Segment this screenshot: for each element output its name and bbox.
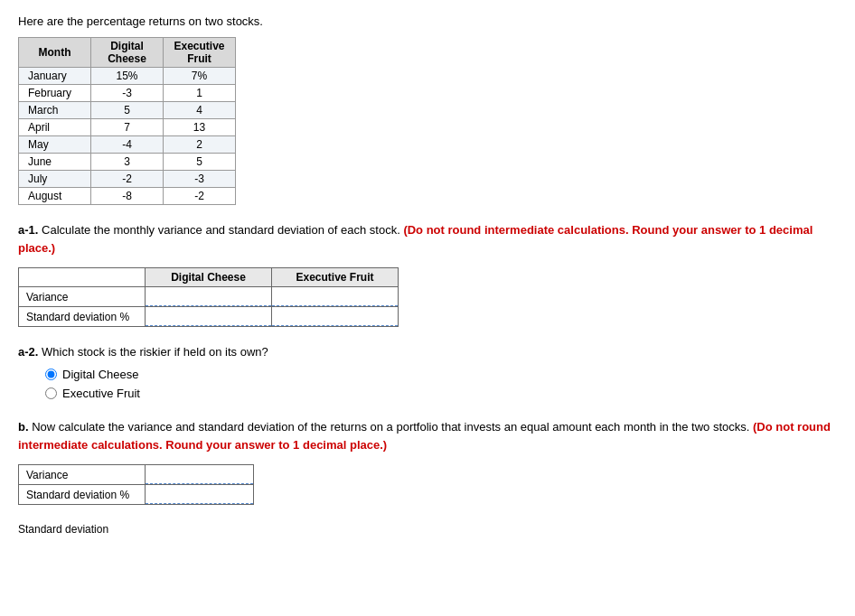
month-cell: February [19,85,91,102]
section-a2-label: a-2. [18,345,38,359]
section-b: b. Now calculate the variance and standa… [18,418,837,505]
data-row: March 5 4 [19,102,236,119]
digital-cell: -3 [91,85,164,102]
month-cell: April [19,119,91,136]
answer-table-a1: Digital Cheese Executive Fruit Variance … [18,267,399,327]
section-b-label: b. [18,420,29,434]
a1-stddev-digital-input[interactable] [146,307,271,326]
digital-cell: -4 [91,136,164,154]
bottom-label: Standard deviation [18,523,837,536]
b-variance-label: Variance [19,465,146,485]
data-row: February -3 1 [19,85,236,102]
executive-cell: -3 [164,171,236,188]
b-stddev-cell [146,485,254,505]
executive-cell: 1 [164,85,236,102]
section-a2: a-2. Which stock is the riskier if held … [18,345,837,400]
section-a2-question: a-2. Which stock is the riskier if held … [18,345,837,359]
a1-stddev-executive-input[interactable] [272,307,398,326]
a1-variance-digital-cell [146,287,272,307]
b-stddev-label: Standard deviation % [19,485,146,505]
data-table: Month DigitalCheese ExecutiveFruit Janua… [18,37,236,205]
a1-stddev-digital-cell [146,307,272,327]
data-row: June 3 5 [19,154,236,171]
b-variance-cell [146,465,254,485]
month-cell: August [19,188,91,205]
radio-executive-item: Executive Fruit [45,387,837,400]
executive-cell: 4 [164,102,236,119]
data-row: August -8 -2 [19,188,236,205]
radio-executive-label[interactable]: Executive Fruit [62,387,140,400]
a1-variance-label: Variance [19,287,146,307]
a1-variance-digital-input[interactable] [146,287,271,306]
radio-digital-item: Digital Cheese [45,368,837,381]
a1-stddev-executive-cell [272,307,399,327]
radio-group-a2: Digital Cheese Executive Fruit [45,368,837,400]
data-row: May -4 2 [19,136,236,154]
data-row: July -2 -3 [19,171,236,188]
b-stddev-input[interactable] [146,485,253,504]
month-cell: March [19,102,91,119]
digital-cell: 3 [91,154,164,171]
radio-digital[interactable] [45,369,57,380]
intro-text: Here are the percentage returns on two s… [18,14,837,28]
digital-cell: 7 [91,119,164,136]
executive-cell: -2 [164,188,236,205]
a1-variance-executive-cell [272,287,399,307]
section-b-question: b. Now calculate the variance and standa… [18,418,837,453]
digital-cell: -2 [91,171,164,188]
col-digital-header: DigitalCheese [91,38,164,68]
digital-cell: -8 [91,188,164,205]
executive-cell: 2 [164,136,236,154]
col-executive-header: ExecutiveFruit [164,38,236,68]
executive-cell: 7% [164,68,236,85]
month-cell: May [19,136,91,154]
b-variance-row: Variance [19,465,254,485]
radio-executive[interactable] [45,387,57,399]
section-a1-label: a-1. [18,223,38,237]
b-stddev-row: Standard deviation % [19,485,254,505]
a1-empty-header [19,268,146,287]
radio-digital-label[interactable]: Digital Cheese [62,368,139,381]
a1-stddev-row: Standard deviation % [19,307,399,327]
data-row: January 15% 7% [19,68,236,85]
answer-table-b: Variance Standard deviation % [18,464,254,505]
col-month-header: Month [19,38,91,68]
month-cell: July [19,171,91,188]
a1-variance-row: Variance [19,287,399,307]
executive-cell: 5 [164,154,236,171]
digital-cell: 5 [91,102,164,119]
a1-stddev-label: Standard deviation % [19,307,146,327]
executive-cell: 13 [164,119,236,136]
month-cell: January [19,68,91,85]
digital-cell: 15% [91,68,164,85]
a1-executive-header: Executive Fruit [272,268,399,287]
a1-variance-executive-input[interactable] [272,287,398,306]
data-row: April 7 13 [19,119,236,136]
month-cell: June [19,154,91,171]
b-variance-input[interactable] [146,465,253,484]
a1-digital-header: Digital Cheese [146,268,272,287]
section-a1-instruction: a-1. Calculate the monthly variance and … [18,221,837,257]
